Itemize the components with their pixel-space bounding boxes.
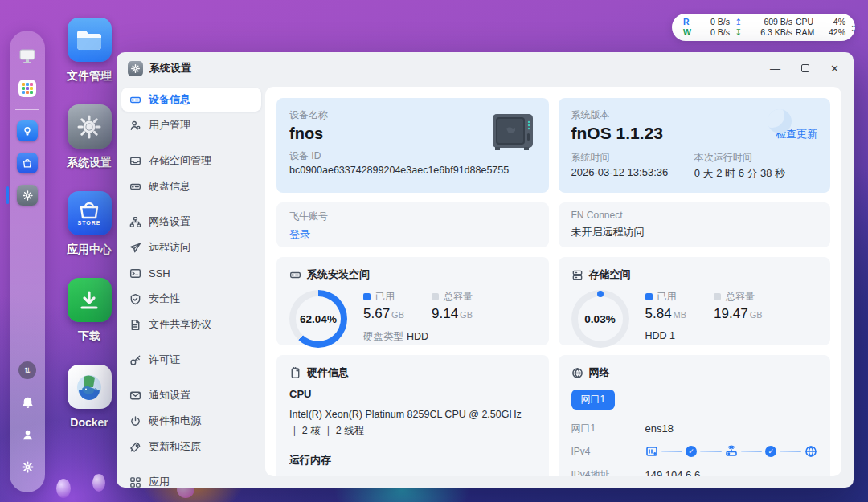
sidebar-item-3-0[interactable]: 许可证 bbox=[121, 348, 261, 372]
sidebar-item-label: SSH bbox=[149, 267, 170, 280]
users-icon bbox=[129, 120, 141, 132]
network-row-label: IPv4 bbox=[571, 446, 645, 457]
used-legend-swatch bbox=[363, 293, 371, 300]
fnconnect-status: 未开启远程访问 bbox=[571, 225, 818, 239]
sidebar-item-2-2[interactable]: SSH bbox=[121, 261, 261, 285]
device-id: bc0900ae633742899204e3aec1e6bf91d88e5755 bbox=[289, 165, 536, 176]
user-icon[interactable] bbox=[17, 424, 38, 445]
total-legend-swatch bbox=[432, 293, 439, 300]
sidebar-item-4-0[interactable]: 通知设置 bbox=[121, 383, 261, 407]
globe-icon bbox=[805, 445, 817, 458]
chevron-double-down-icon[interactable]: ⌄⌄ bbox=[850, 23, 857, 31]
app-store-app-icon[interactable] bbox=[17, 153, 38, 173]
close-button[interactable]: ✕ bbox=[830, 63, 839, 75]
account-card: 飞牛账号 登录 bbox=[276, 202, 549, 247]
sidebar-item-label: 应用 bbox=[149, 475, 170, 488]
sidebar-item-2-3[interactable]: 安全性 bbox=[121, 287, 261, 311]
login-link[interactable]: 登录 bbox=[289, 227, 536, 242]
docker-whale-icon bbox=[68, 365, 112, 409]
network-icon bbox=[129, 216, 141, 228]
grid-icon bbox=[129, 476, 141, 488]
sidebar-item-1-0[interactable]: 存储空间管理 bbox=[121, 149, 261, 173]
shortcut-system-settings[interactable]: 系统设置 bbox=[67, 104, 112, 170]
total-unit: GB bbox=[460, 310, 473, 320]
shield-icon bbox=[129, 293, 141, 305]
sidebar-item-4-2[interactable]: 更新和还原 bbox=[121, 435, 261, 459]
sidebar-item-2-1[interactable]: 远程访问 bbox=[121, 235, 261, 259]
port-1-button[interactable]: 网口1 bbox=[571, 390, 616, 410]
network-row: IPv4 ✓ ✓ bbox=[571, 443, 818, 460]
tips-bulb-app-icon[interactable] bbox=[17, 120, 38, 141]
app-grid-icon[interactable] bbox=[17, 78, 38, 99]
sidebar-item-1-1[interactable]: 硬盘信息 bbox=[121, 174, 261, 198]
system-time: 2026-03-12 13:53:36 bbox=[571, 166, 694, 178]
rocket-icon bbox=[129, 441, 141, 453]
wallpaper-bubble bbox=[92, 474, 105, 492]
system-monitor-widget[interactable]: R 0 B/s ↥ 609 B/s CPU 4% W 0 B/s ↧ 6.3 K… bbox=[672, 14, 855, 41]
network-path-diagram: ✓ ✓ bbox=[645, 445, 818, 458]
transfer-icon[interactable]: ⇅ bbox=[17, 360, 38, 381]
sidebar-item-2-0[interactable]: 网络设置 bbox=[121, 210, 261, 234]
folder-icon bbox=[68, 18, 112, 62]
system-settings-window: 系统设置 — ✕ 设备信息用户管理存储空间管理硬盘信息网络设置远程访问SSH安全… bbox=[117, 52, 854, 488]
total-legend-swatch bbox=[714, 293, 721, 300]
settings-gear-icon[interactable] bbox=[17, 456, 38, 477]
sidebar-item-2-4[interactable]: 文件共享协议 bbox=[121, 312, 261, 337]
network-card: 网络 网口1 网口1ens18IPv4 ✓ ✓ IPv4地址149.104.6.… bbox=[559, 355, 831, 476]
router-icon bbox=[725, 445, 738, 458]
doc-icon bbox=[129, 319, 141, 331]
wallpaper-bubble bbox=[56, 479, 71, 498]
active-app-indicator bbox=[6, 186, 9, 204]
nas-icon bbox=[645, 445, 658, 458]
sidebar-item-label: 设备信息 bbox=[149, 92, 190, 107]
upload-icon: ↥ bbox=[733, 17, 744, 27]
device-info-panel: 设备名称 fnos 设备 ID bc0900ae633742899204e3ae… bbox=[265, 87, 841, 476]
hardware-title: 硬件信息 bbox=[307, 365, 349, 380]
storage-disk: HDD 1 bbox=[645, 330, 676, 341]
maximize-button[interactable] bbox=[801, 64, 809, 72]
check-icon: ✓ bbox=[686, 446, 697, 457]
shortcut-docker[interactable]: Docker bbox=[68, 365, 112, 429]
shortcut-label: 文件管理 bbox=[67, 69, 112, 84]
sidebar-item-5-0[interactable]: 应用 bbox=[121, 470, 261, 488]
write-value: 0 B/s bbox=[696, 27, 730, 38]
sidebar-item-4-1[interactable]: 硬件和电源 bbox=[121, 409, 261, 433]
download-value: 6.3 KB/s bbox=[747, 27, 792, 38]
version-card: 系统版本 fnOS 1.1.23 检查更新 系统时间 2026-03-12 13… bbox=[559, 98, 831, 193]
write-label: W bbox=[683, 27, 693, 38]
shortcut-label: 系统设置 bbox=[67, 156, 112, 170]
mail-icon bbox=[129, 390, 141, 402]
terminal-icon bbox=[129, 267, 141, 280]
window-titlebar[interactable]: 系统设置 — ✕ bbox=[117, 52, 854, 84]
store-icon: STORE bbox=[68, 191, 112, 235]
sidebar-item-label: 通知设置 bbox=[149, 388, 190, 402]
sidebar-item-label: 用户管理 bbox=[149, 118, 190, 133]
shortcut-file-manager[interactable]: 文件管理 bbox=[67, 18, 112, 84]
taskbar-divider bbox=[15, 109, 39, 110]
used-value: 5.84 bbox=[645, 306, 672, 321]
sidebar-item-0-1[interactable]: 用户管理 bbox=[121, 113, 261, 137]
ram-value: 42% bbox=[823, 27, 845, 38]
shortcut-app-center[interactable]: STORE 应用中心 bbox=[67, 191, 112, 257]
bell-icon[interactable] bbox=[17, 392, 38, 413]
minimize-button[interactable]: — bbox=[770, 63, 780, 75]
storage-card: 存储空间 0.03% 已用 5.84MB bbox=[559, 257, 831, 345]
network-row-label: 网口1 bbox=[571, 422, 645, 435]
shortcut-label: 下载 bbox=[78, 329, 100, 344]
used-label: 已用 bbox=[375, 290, 395, 304]
desktop-monitor-icon[interactable] bbox=[17, 46, 38, 67]
sidebar-group: 应用 bbox=[121, 470, 261, 488]
network-row: 网口1ens18 bbox=[571, 419, 818, 437]
taskbar: ⇅ bbox=[10, 31, 45, 492]
store-badge: STORE bbox=[78, 220, 101, 226]
uptime-value: 0 天 2 时 6 分 38 秒 bbox=[694, 166, 817, 181]
system-settings-app-icon[interactable] bbox=[17, 185, 38, 206]
sidebar-item-label: 硬盘信息 bbox=[149, 179, 190, 194]
shortcut-download[interactable]: 下载 bbox=[68, 278, 112, 344]
sidebar-group: 存储空间管理硬盘信息 bbox=[121, 149, 261, 198]
sidebar-group: 通知设置硬件和电源更新和还原 bbox=[121, 383, 261, 459]
sidebar-item-0-0[interactable]: 设备信息 bbox=[121, 88, 261, 112]
settings-sidebar: 设备信息用户管理存储空间管理硬盘信息网络设置远程访问SSH安全性文件共享协议许可… bbox=[117, 84, 265, 488]
ram-label: 运行内存 bbox=[289, 453, 536, 467]
used-unit: GB bbox=[391, 310, 404, 320]
